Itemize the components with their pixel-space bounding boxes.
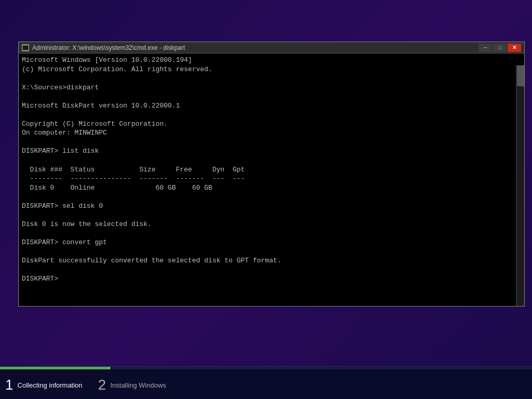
minimize-button[interactable]: ─ <box>478 44 492 52</box>
terminal-output: Microsoft Windows [Version 10.0.22000.19… <box>19 54 524 306</box>
taskbar: 1 Collecting information 2 Installing Wi… <box>0 366 532 399</box>
scrollbar[interactable] <box>516 65 524 306</box>
maximize-button[interactable]: □ <box>493 44 507 52</box>
step-1: 1 Collecting information <box>5 378 98 392</box>
step-2-label: Installing Windows <box>110 381 166 389</box>
progress-bar-container <box>0 367 532 369</box>
taskbar-steps: 1 Collecting information 2 Installing Wi… <box>0 367 532 399</box>
step-1-label: Collecting information <box>18 381 83 389</box>
step-2-number: 2 <box>98 378 107 392</box>
desktop: Administrator: X:\windows\system32\cmd.e… <box>0 0 532 399</box>
cmd-window: Administrator: X:\windows\system32\cmd.e… <box>18 42 525 307</box>
cmd-title: Administrator: X:\windows\system32\cmd.e… <box>32 44 478 51</box>
progress-bar-filled <box>0 367 109 369</box>
scrollbar-thumb[interactable] <box>517 65 524 86</box>
step-1-number: 1 <box>5 378 14 392</box>
close-button[interactable]: ✕ <box>508 44 521 52</box>
cmd-controls: ─ □ ✕ <box>478 44 521 52</box>
cmd-icon <box>22 44 29 51</box>
cmd-titlebar: Administrator: X:\windows\system32\cmd.e… <box>19 42 524 54</box>
progress-bar-divider <box>109 367 110 369</box>
step-2: 2 Installing Windows <box>98 378 182 392</box>
